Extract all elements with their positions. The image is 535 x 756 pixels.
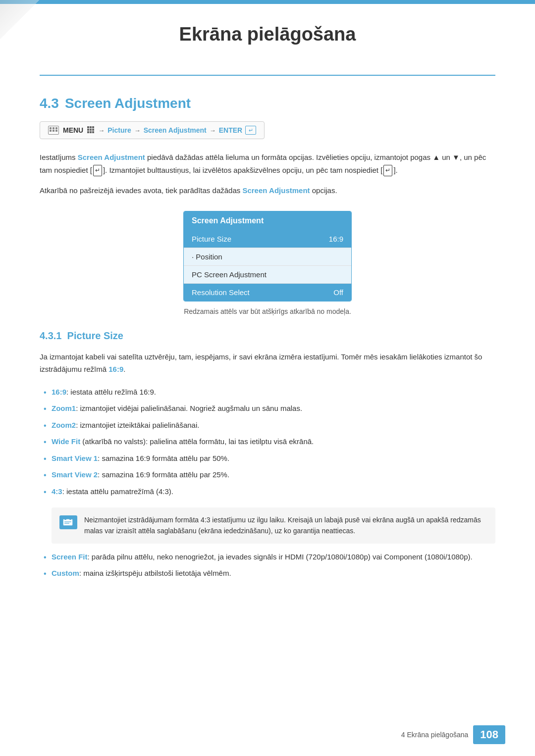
bullet-item-smartview2: Smart View 2: samazina 16:9 formāta attē… — [40, 466, 495, 483]
bullet-text-custom: : maina izšķirtspēju atbilstoši lietotāj… — [79, 569, 231, 577]
bullet-item-43: 4:3: iestata attēlu pamatrežīmā (4:3). — [40, 483, 495, 500]
arrow-3: → — [210, 127, 216, 134]
subsection-number: 4.3.1 — [40, 330, 61, 341]
bullet-item-custom: Custom: maina izšķirtspēju atbilstoši li… — [40, 565, 495, 582]
note-box: Neizmantojiet izstrādājumam formāta 4:3 … — [52, 507, 495, 544]
subsection-title: Picture Size — [67, 330, 123, 341]
svg-rect-14 — [90, 131, 92, 133]
svg-rect-15 — [92, 131, 94, 133]
bullet-item-169: 16:9: iestata attēlu režīmā 16:9. — [40, 384, 495, 401]
row-value-picture-size: 16:9 — [329, 235, 343, 243]
bullet-bold-3: Wide Fit — [52, 437, 80, 446]
intro-text-4: ]. — [393, 166, 397, 174]
svg-rect-11 — [90, 129, 92, 131]
intro-text-1: Iestatījums — [40, 153, 76, 161]
panel-row-resolution[interactable]: Resolution Select Off — [184, 284, 351, 301]
title-divider — [40, 75, 495, 76]
menu-label: MENU — [63, 126, 83, 134]
bullet-bold-4: Smart View 1 — [52, 454, 98, 462]
panel-row-picture-size[interactable]: Picture Size 16:9 — [184, 230, 351, 248]
menu-grid — [87, 126, 94, 135]
section-title: Screen Adjustment — [65, 96, 191, 111]
svg-rect-9 — [92, 126, 94, 128]
footer-text: 4 Ekrāna pielāgošana — [401, 731, 468, 739]
svg-rect-3 — [50, 130, 52, 132]
note-icon — [59, 515, 77, 529]
panel-caption: Redzamais attēls var būt atšķirīgs atkar… — [40, 307, 495, 315]
bullet-bold-screenfit: Screen Fit — [52, 553, 88, 561]
bullet-bold-custom: Custom — [52, 569, 79, 577]
bullet-item-smartview1: Smart View 1: samazina 16:9 formāta attē… — [40, 450, 495, 467]
subsection-intro-bold: 16:9 — [108, 365, 123, 373]
arrow-1: → — [98, 127, 105, 134]
screen-adjustment-panel: Screen Adjustment Picture Size 16:9 · Po… — [183, 211, 352, 302]
section-number: 4.3 — [40, 96, 59, 111]
svg-rect-8 — [90, 126, 92, 128]
bullet-bold-6: 4:3 — [52, 487, 62, 496]
bullet-item-zoom2: Zoom2: izmantojiet izteiktākai palielinā… — [40, 417, 495, 434]
menu-path: MENU → Picture → Screen Adjustment → ENT… — [40, 121, 265, 139]
panel-header: Screen Adjustment — [184, 211, 351, 230]
intro-bold-1: Screen Adjustment — [78, 153, 145, 161]
context-paragraph: Atkarībā no pašreizējā ievades avota, ti… — [40, 184, 495, 197]
bullet-text-2: : izmantojiet izteiktākai palielināšanai… — [76, 421, 199, 429]
bullet-bold-2: Zoom2 — [52, 421, 76, 429]
bullet-bold-1: Zoom1 — [52, 404, 76, 412]
bullet-text-0: : iestata attēlu režīmā 16:9. — [66, 388, 156, 396]
bullet-text-screenfit: : parāda pilnu attēlu, neko nenogriežot,… — [88, 553, 473, 561]
svg-rect-16 — [63, 519, 73, 526]
intro-paragraph: Iestatījums Screen Adjustment piedāvā da… — [40, 151, 495, 176]
bullet-bold-0: 16:9 — [52, 388, 66, 396]
svg-rect-0 — [50, 127, 52, 129]
arrow-2: → — [134, 127, 141, 134]
row-label-position: · Position — [192, 252, 222, 261]
menu-item-enter: ENTER — [219, 126, 242, 134]
bullet-item-widefit: Wide Fit (atkarībā no valsts): palielina… — [40, 433, 495, 450]
panel-row-pc-screen[interactable]: PC Screen Adjustment — [184, 266, 351, 284]
svg-rect-18 — [69, 518, 71, 520]
intro-text-3: ]. Izmantojiet bulttaustiņus, lai izvēlē… — [103, 166, 382, 174]
subsection-intro-text: Ja izmantojat kabeli vai satelīta uztvēr… — [40, 353, 482, 374]
enter-icon: ↵ — [245, 126, 256, 135]
bullet-text-5: : samazina 16:9 formāta attēlu par 25%. — [98, 470, 229, 479]
enter-inline-1: ↵ — [93, 165, 102, 176]
bullet-text-4: : samazina 16:9 formāta attēlu par 50%. — [98, 454, 229, 462]
menu-icon — [48, 126, 59, 135]
svg-rect-7 — [87, 126, 89, 128]
bullet-bold-5: Smart View 2 — [52, 470, 98, 479]
menu-item-screen-adjustment: Screen Adjustment — [144, 126, 207, 134]
ui-panel-container: Screen Adjustment Picture Size 16:9 · Po… — [40, 211, 495, 302]
svg-rect-4 — [53, 130, 54, 132]
svg-rect-17 — [64, 518, 66, 520]
top-accent-bar — [0, 0, 535, 4]
row-label-picture-size: Picture Size — [192, 235, 231, 243]
row-value-resolution: Off — [333, 288, 343, 297]
bullet-text-6: : iestata attēlu pamatrežīmā (4:3). — [62, 487, 173, 496]
subsection-intro-text2: . — [123, 365, 125, 373]
bullet-item-zoom1: Zoom1: izmantojiet vidējai palielināšana… — [40, 400, 495, 417]
bullet-list-1: 16:9: iestata attēlu režīmā 16:9. Zoom1:… — [40, 384, 495, 500]
svg-rect-13 — [87, 131, 89, 133]
note-text: Neizmantojiet izstrādājumam formāta 4:3 … — [84, 514, 487, 537]
enter-inline-2: ↵ — [383, 165, 392, 176]
section-heading: 4.3 Screen Adjustment — [40, 96, 495, 111]
subsection-heading: 4.3.1 Picture Size — [40, 330, 495, 342]
panel-row-position[interactable]: · Position — [184, 248, 351, 266]
svg-rect-5 — [55, 130, 57, 132]
page-footer: 4 Ekrāna pielāgošana 108 — [401, 725, 505, 744]
svg-rect-2 — [55, 127, 57, 129]
context-text-2: opcijas. — [310, 186, 337, 195]
bullet-list-2: Screen Fit: parāda pilnu attēlu, neko ne… — [40, 549, 495, 582]
bullet-text-3: (atkarībā no valsts): palielina attēla f… — [80, 437, 314, 446]
corner-decoration — [0, 0, 40, 40]
svg-rect-10 — [87, 129, 89, 131]
row-label-pc-screen: PC Screen Adjustment — [192, 270, 267, 279]
row-label-resolution: Resolution Select — [192, 288, 250, 297]
bullet-item-screenfit: Screen Fit: parāda pilnu attēlu, neko ne… — [40, 549, 495, 565]
context-text-1: Atkarībā no pašreizējā ievades avota, ti… — [40, 186, 242, 195]
svg-rect-1 — [53, 127, 54, 129]
footer-page-number: 108 — [473, 725, 505, 744]
svg-rect-12 — [92, 129, 94, 131]
subsection-intro: Ja izmantojat kabeli vai satelīta uztvēr… — [40, 351, 495, 376]
menu-item-picture: Picture — [107, 126, 131, 134]
